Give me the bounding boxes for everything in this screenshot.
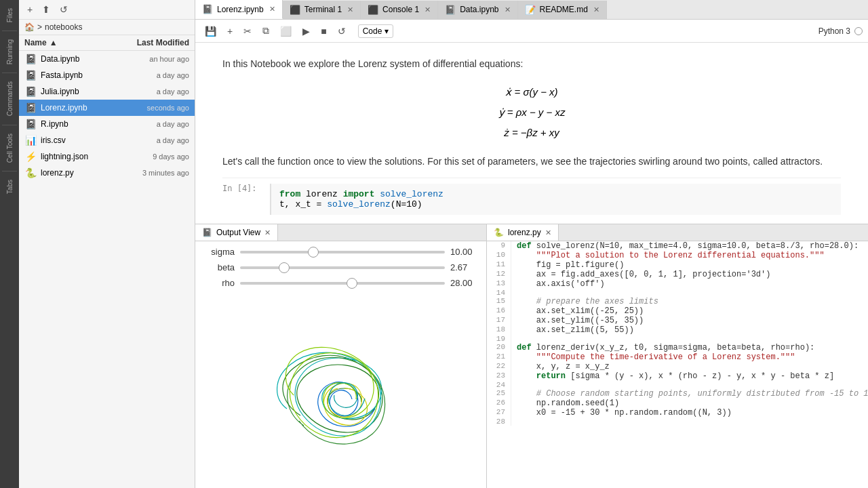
kernel-select-label: Code (363, 26, 382, 36)
cell-code[interactable]: from lorenz import solve_lorenz t, x_t =… (270, 184, 841, 215)
equation-2: ẏ = ρx − y − xz (222, 102, 841, 123)
tab-close[interactable]: ✕ (347, 5, 353, 14)
python-file-icon: 🐍 (494, 228, 504, 237)
breadcrumb: 🏠 > notebooks (19, 20, 195, 35)
equation-1: ẋ = σ(y − x) (222, 82, 841, 102)
line-code: x, y, z = x_y_z (517, 362, 610, 371)
line-code: # Choose random starting points, uniform… (517, 389, 868, 399)
line-number: 20 (487, 343, 511, 352)
breadcrumb-folder[interactable]: notebooks (45, 22, 82, 32)
file-item[interactable]: ⚡ lightning.json 9 days ago (19, 148, 195, 165)
code-line: 27 x0 = -15 + 30 * np.random.random((N, … (487, 408, 868, 418)
line-number: 28 (487, 418, 511, 426)
breadcrumb-separator: > (37, 22, 42, 32)
main-area: 📓 Lorenz.ipynb ✕ ⬛ Terminal 1 ✕ ⬛ Consol… (195, 0, 868, 488)
line-number: 16 (487, 306, 511, 316)
code-line: 10 """Plot a solution to the Lorenz diff… (487, 251, 868, 260)
tab-icon: 📝 (525, 5, 536, 15)
tab-close[interactable]: ✕ (269, 5, 275, 14)
run-button[interactable]: ▶ (298, 23, 314, 39)
line-code: """Plot a solution to the Lorenz differe… (517, 251, 825, 260)
sidebar-item-cell-tools[interactable]: Cell Tools (6, 128, 14, 168)
file-modified: a day ago (115, 71, 189, 79)
toolbar-commands-section: Commands (0, 76, 19, 121)
code-line: 23 return [sigma * (y - x), x * (rho - z… (487, 371, 868, 381)
file-item[interactable]: 📓 Data.ipynb an hour ago (19, 51, 195, 67)
breadcrumb-home-icon[interactable]: 🏠 (24, 22, 35, 32)
output-view-label: Output View (216, 228, 260, 237)
line-code: x0 = -15 + 30 * np.random.random((N, 3)) (517, 408, 732, 418)
tab-close[interactable]: ✕ (593, 5, 599, 14)
stop-button[interactable]: ■ (317, 23, 330, 39)
code-line: 20 def lorenz_deriv(x_y_z, t0, sigma=sig… (487, 343, 868, 352)
slider-rho[interactable] (240, 282, 445, 285)
file-item[interactable]: 📓 R.ipynb a day ago (19, 116, 195, 132)
lorenz-py-label: lorenz.py (508, 228, 541, 237)
file-panel-toolbar: + ⬆ ↺ (19, 0, 195, 20)
code-line: 26 np.random.seed(1) (487, 399, 868, 408)
sidebar-item-files[interactable]: Files (6, 3, 14, 28)
cut-button[interactable]: ✂ (239, 23, 256, 39)
chevron-down-icon: ▾ (384, 26, 389, 36)
output-view-tab[interactable]: 📓 Output View ✕ (195, 224, 278, 241)
file-item[interactable]: 📊 iris.csv a day ago (19, 132, 195, 148)
line-number: 12 (487, 270, 511, 279)
line-number: 21 (487, 352, 511, 362)
kernel-select[interactable]: Code ▾ (358, 24, 394, 38)
code-line-1: from lorenz import solve_lorenz (279, 189, 833, 199)
tab-close[interactable]: ✕ (425, 5, 431, 14)
left-toolbar: Files Running Commands Cell Tools Tabs (0, 0, 19, 488)
file-name: lorenz.py (41, 168, 115, 178)
sidebar-item-commands[interactable]: Commands (6, 76, 14, 121)
copy-button[interactable]: ⧉ (258, 22, 273, 39)
lorenz-py-tab[interactable]: 🐍 lorenz.py ✕ (487, 224, 559, 241)
file-modified: 9 days ago (115, 152, 189, 161)
line-number: 27 (487, 408, 511, 418)
file-item[interactable]: 🐍 lorenz.py 3 minutes ago (19, 165, 195, 181)
slider-value-rho: 28.00 (450, 278, 481, 288)
code-panel-content[interactable]: 9 def solve_lorenz(N=10, max_time=4.0, s… (487, 241, 868, 488)
lorenz-visualization: .lorenz-path { fill: none; stroke-width:… (201, 293, 481, 483)
paste-button[interactable]: ⬜ (276, 23, 296, 39)
output-view-close[interactable]: ✕ (264, 228, 271, 237)
code-line: 25 # Choose random starting points, unif… (487, 389, 868, 399)
file-modified: a day ago (115, 120, 189, 128)
column-modified[interactable]: Last Modified (115, 38, 189, 47)
line-number: 26 (487, 399, 511, 408)
tab-label: Data.ipynb (460, 5, 498, 14)
tab-readmemd[interactable]: 📝 README.md ✕ (518, 1, 607, 19)
file-item[interactable]: 📓 Lorenz.ipynb seconds ago (19, 100, 195, 116)
output-view-icon: 📓 (202, 228, 212, 237)
sidebar-item-tabs[interactable]: Tabs (6, 174, 14, 199)
column-name[interactable]: Name ▲ (24, 38, 115, 47)
line-number: 10 (487, 251, 511, 260)
sidebar-item-running[interactable]: Running (6, 34, 14, 70)
upload-button[interactable]: ⬆ (39, 3, 53, 16)
file-modified: a day ago (115, 87, 189, 96)
file-item[interactable]: 📓 Julia.ipynb a day ago (19, 83, 195, 100)
tab-lorenzipynb[interactable]: 📓 Lorenz.ipynb ✕ (195, 0, 283, 19)
line-number: 15 (487, 297, 511, 306)
add-cell-button[interactable]: + (223, 23, 237, 39)
tab-console1[interactable]: ⬛ Console 1 ✕ (361, 1, 438, 19)
toolbar-divider-3 (2, 125, 17, 125)
file-item[interactable]: 📓 Fasta.ipynb a day ago (19, 67, 195, 83)
restart-button[interactable]: ↺ (334, 23, 350, 39)
slider-sigma[interactable] (240, 251, 445, 253)
slider-label-sigma: sigma (201, 247, 235, 257)
equation-3: ż = −βz + xy (222, 123, 841, 143)
tab-terminal1[interactable]: ⬛ Terminal 1 ✕ (283, 1, 361, 19)
save-button[interactable]: 💾 (201, 23, 220, 39)
tab-icon: 📓 (202, 4, 213, 14)
toolbar-divider-4 (2, 171, 17, 171)
slider-row-beta: beta 2.67 (201, 262, 481, 272)
tab-icon: ⬛ (368, 5, 378, 15)
new-file-button[interactable]: + (24, 3, 35, 16)
cell-prompt: In [4]: (222, 184, 263, 215)
code-panel-close[interactable]: ✕ (545, 228, 551, 237)
tab-dataipynb[interactable]: 📓 Data.ipynb ✕ (438, 1, 517, 19)
code-line: 12 ax = fig.add_axes([0, 0, 1, 1], proje… (487, 270, 868, 279)
refresh-button[interactable]: ↺ (57, 3, 71, 16)
tab-close[interactable]: ✕ (505, 5, 511, 14)
slider-beta[interactable] (240, 266, 445, 269)
